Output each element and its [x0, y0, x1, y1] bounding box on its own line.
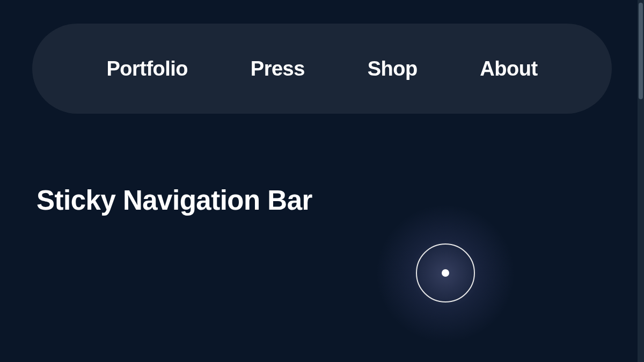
main-nav: Portfolio Press Shop About — [32, 24, 612, 114]
scrollbar-thumb[interactable] — [639, 3, 643, 99]
cursor-indicator[interactable] — [416, 243, 475, 302]
cursor-dot-icon — [442, 269, 449, 277]
nav-item-about[interactable]: About — [480, 57, 537, 80]
scrollbar[interactable] — [638, 0, 644, 362]
nav-item-portfolio[interactable]: Portfolio — [106, 57, 188, 80]
nav-item-press[interactable]: Press — [251, 57, 305, 80]
page-title: Sticky Navigation Bar — [36, 182, 312, 219]
nav-item-shop[interactable]: Shop — [368, 57, 418, 80]
